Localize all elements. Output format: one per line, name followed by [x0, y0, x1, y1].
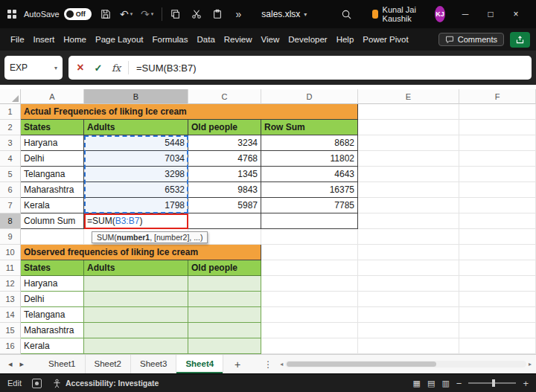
- cell-F2[interactable]: [459, 120, 536, 135]
- row-header-15[interactable]: 15: [0, 323, 21, 338]
- cell-F7[interactable]: [459, 198, 536, 213]
- sheet-tab-sheet4[interactable]: Sheet4: [176, 355, 223, 373]
- share-button[interactable]: [510, 32, 530, 48]
- cell-C7[interactable]: 5987: [188, 198, 261, 213]
- cell-D13[interactable]: [261, 292, 358, 307]
- scrollbar-thumb[interactable]: [287, 362, 436, 367]
- undo-dropdown-icon[interactable]: ▾: [130, 5, 133, 23]
- column-header-b[interactable]: B: [84, 89, 188, 104]
- macro-record-icon[interactable]: [32, 379, 42, 388]
- cell-E16[interactable]: [358, 338, 459, 354]
- scrollbar-track[interactable]: [285, 361, 526, 367]
- cell-B12[interactable]: [84, 276, 188, 292]
- cell-C5[interactable]: 1345: [188, 167, 261, 182]
- column-header-c[interactable]: C: [188, 89, 261, 104]
- cell-F6[interactable]: [459, 182, 536, 198]
- cell-E3[interactable]: [358, 135, 459, 151]
- cell-D11[interactable]: [261, 260, 358, 276]
- cell-A15[interactable]: Maharashtra: [21, 323, 84, 338]
- cell-D5[interactable]: 4643: [261, 167, 358, 182]
- zoom-out-icon[interactable]: −: [456, 378, 462, 389]
- cell-F13[interactable]: [459, 292, 536, 307]
- cell-A6[interactable]: Maharashtra: [21, 182, 84, 198]
- row-header-13[interactable]: 13: [0, 292, 21, 307]
- row-header-11[interactable]: 11: [0, 260, 21, 276]
- cell-D6[interactable]: 16375: [261, 182, 358, 198]
- formula-field[interactable]: × ✓ fx =SUM(B3:B7): [68, 56, 532, 80]
- menu-tab-page-layout[interactable]: Page Layout: [91, 28, 148, 51]
- cut-button[interactable]: [190, 5, 203, 23]
- avatar[interactable]: KJ: [435, 6, 445, 22]
- row-header-8[interactable]: 8: [0, 213, 21, 229]
- cell-F14[interactable]: [459, 307, 536, 323]
- cell-D8[interactable]: [261, 213, 358, 229]
- cell-A4[interactable]: Delhi: [21, 151, 84, 167]
- close-button[interactable]: ×: [503, 0, 529, 28]
- horizontal-scrollbar[interactable]: ◂ ▸: [280, 361, 532, 367]
- cell-E2[interactable]: [358, 120, 459, 135]
- sheet-tab-sheet2[interactable]: Sheet2: [86, 355, 131, 373]
- cell-C6[interactable]: 9843: [188, 182, 261, 198]
- cell-D3[interactable]: 8682: [261, 135, 358, 151]
- cell-B11[interactable]: Adults: [84, 260, 188, 276]
- cell-A5[interactable]: Telangana: [21, 167, 84, 182]
- insert-function-button[interactable]: fx: [107, 62, 125, 74]
- cell-A13[interactable]: Delhi: [21, 292, 84, 307]
- menu-tab-file[interactable]: File: [6, 28, 29, 51]
- cell-A11[interactable]: States: [21, 260, 84, 276]
- cell-E9[interactable]: [358, 229, 459, 245]
- sheet-more-icon[interactable]: ⋮: [264, 359, 272, 370]
- cell-A1[interactable]: Actual Frequencies of liking Ice cream: [21, 104, 358, 120]
- more-commands-button[interactable]: »: [232, 5, 245, 23]
- menu-tab-formulas[interactable]: Formulas: [148, 28, 193, 51]
- cell-A3[interactable]: Haryana: [21, 135, 84, 151]
- cell-F1[interactable]: [459, 104, 536, 120]
- row-header-5[interactable]: 5: [0, 167, 21, 182]
- cell-D14[interactable]: [261, 307, 358, 323]
- column-header-f[interactable]: F: [459, 89, 536, 104]
- cell-B14[interactable]: [84, 307, 188, 323]
- zoom-slider[interactable]: [468, 382, 516, 384]
- accessibility-status[interactable]: Accessibility: Investigate: [52, 379, 159, 388]
- add-sheet-button[interactable]: +: [231, 359, 244, 370]
- cell-A10[interactable]: Observed frequencies of liking Ice cream: [21, 245, 261, 260]
- page-break-view-icon[interactable]: ▥: [441, 379, 449, 388]
- paste-button[interactable]: [211, 5, 224, 23]
- menu-tab-power-pivot[interactable]: Power Pivot: [358, 28, 412, 51]
- cell-F12[interactable]: [459, 276, 536, 292]
- select-all-button[interactable]: [0, 89, 21, 104]
- cell-E1[interactable]: [358, 104, 459, 120]
- row-header-2[interactable]: 2: [0, 120, 21, 135]
- cell-E7[interactable]: [358, 198, 459, 213]
- row-header-1[interactable]: 1: [0, 104, 21, 120]
- cell-D12[interactable]: [261, 276, 358, 292]
- enter-button[interactable]: ✓: [89, 62, 107, 74]
- cell-E13[interactable]: [358, 292, 459, 307]
- copy-button[interactable]: [169, 5, 182, 23]
- cell-F10[interactable]: [459, 245, 536, 260]
- menu-tab-home[interactable]: Home: [59, 28, 91, 51]
- menu-tab-help[interactable]: Help: [332, 28, 359, 51]
- row-header-10[interactable]: 10: [0, 245, 21, 260]
- cell-E12[interactable]: [358, 276, 459, 292]
- cell-C8[interactable]: [188, 213, 261, 229]
- row-header-16[interactable]: 16: [0, 338, 21, 354]
- sheet-tab-sheet3[interactable]: Sheet3: [131, 355, 176, 373]
- cell-F16[interactable]: [459, 338, 536, 354]
- cell-B13[interactable]: [84, 292, 188, 307]
- cell-B7[interactable]: 1798: [84, 198, 188, 213]
- formula-text[interactable]: =SUM(B3:B7): [132, 62, 197, 74]
- cell-F8[interactable]: [459, 213, 536, 229]
- cell-C16[interactable]: [188, 338, 261, 354]
- cell-C2[interactable]: Old people: [188, 120, 261, 135]
- cell-B4[interactable]: 7034: [84, 151, 188, 167]
- cell-C14[interactable]: [188, 307, 261, 323]
- zoom-in-icon[interactable]: +: [523, 378, 529, 389]
- sheet-nav-left-icon[interactable]: ◂: [4, 359, 16, 369]
- menu-tab-review[interactable]: Review: [220, 28, 257, 51]
- zoom-slider-knob[interactable]: [492, 379, 495, 387]
- cell-A8[interactable]: Column Sum: [21, 213, 84, 229]
- cell-F11[interactable]: [459, 260, 536, 276]
- column-header-e[interactable]: E: [358, 89, 459, 104]
- sheet-nav-right-icon[interactable]: ▸: [16, 359, 28, 369]
